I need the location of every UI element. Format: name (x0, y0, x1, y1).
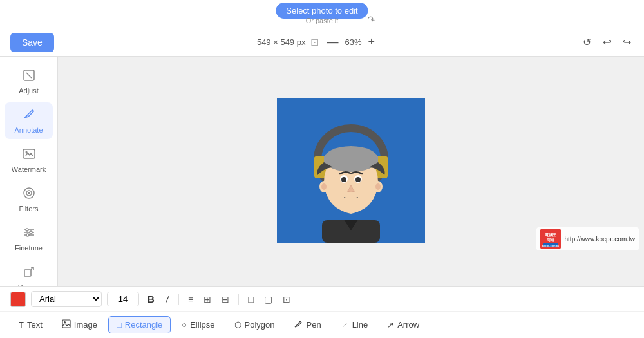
cursor-arrow-icon: ↷ (366, 13, 377, 25)
watermark-badge: 電腦王 阿達 kocpc.com.tw http://www.kocpc.com… (536, 227, 639, 250)
undo-button[interactable]: ↩ (600, 33, 614, 51)
filters-icon (22, 186, 36, 202)
color-swatch[interactable] (10, 292, 26, 307)
svg-rect-21 (324, 156, 378, 165)
format-separator-1 (178, 294, 179, 305)
grid-button[interactable]: ⊟ (219, 292, 232, 306)
expand-icon: ⊡ (310, 36, 319, 48)
color-fill-button[interactable]: ⊡ (280, 292, 293, 306)
tool-image[interactable]: Image (53, 315, 106, 334)
toolbar-right: ↺ ↩ ↪ (580, 33, 634, 51)
watermark-url: http://www.kocpc.com.tw (565, 236, 635, 243)
svg-point-13 (26, 234, 29, 236)
tool-line-label: Line (352, 320, 368, 330)
format-bar: Arial B / ≡ ⊞ ⊟ □ ▢ ⊡ (0, 287, 644, 312)
tool-arrow-label: Arrow (397, 320, 419, 330)
svg-point-2 (32, 110, 33, 112)
text-tool-icon: T (19, 320, 24, 330)
sidebar: Adjust Annotate Watermark (0, 57, 58, 286)
sidebar-item-finetune[interactable]: Finetune (5, 220, 53, 257)
save-button[interactable]: Save (10, 33, 54, 52)
tool-pen-label: Pen (306, 320, 321, 330)
bold-button[interactable]: B (144, 292, 158, 306)
watermark-icon (22, 147, 36, 163)
tool-pen[interactable]: Pen (285, 315, 329, 334)
zoom-plus-button[interactable]: + (365, 35, 377, 49)
svg-point-12 (30, 231, 32, 234)
zoom-control: — 63% + (324, 35, 377, 49)
toolbar-row: Save 549 × 549 px ⊡ — 63% + ↺ ↩ ↪ (0, 28, 644, 57)
svg-text:阿達: 阿達 (547, 238, 555, 242)
italic-button[interactable]: / (163, 292, 172, 306)
tool-polygon[interactable]: ⬡ Polygon (226, 316, 283, 333)
image-tool-icon (62, 319, 71, 330)
insert-button[interactable]: ⊞ (201, 292, 214, 306)
ellipse-tool-icon: ○ (182, 320, 187, 330)
zoom-value: 63% (345, 37, 361, 47)
annotate-icon (22, 108, 36, 124)
image-wrapper (277, 98, 425, 245)
line-tool-icon: ⟋ (341, 320, 349, 330)
adjust-icon (22, 68, 36, 84)
watermark-logo: 電腦王 阿達 kocpc.com.tw (540, 229, 561, 249)
sidebar-item-finetune-label: Finetune (15, 244, 43, 252)
sidebar-item-annotate[interactable]: Annotate (5, 102, 53, 139)
polygon-tool-icon: ⬡ (234, 320, 242, 330)
finetune-icon (22, 225, 36, 241)
sidebar-item-adjust[interactable]: Adjust (5, 63, 53, 100)
sidebar-item-filters[interactable]: Filters (5, 181, 53, 218)
redo-button[interactable]: ↪ (620, 33, 634, 51)
pen-tool-icon (294, 319, 303, 330)
annotation-toolbar: Arial B / ≡ ⊞ ⊟ □ ▢ ⊡ T Text (0, 286, 644, 338)
svg-rect-14 (24, 270, 31, 276)
svg-line-1 (26, 73, 32, 78)
font-size-input[interactable] (107, 292, 139, 306)
rect-outline-button[interactable]: □ (245, 292, 256, 306)
svg-point-37 (64, 321, 66, 323)
tools-bar: T Text Image □ Rectangle ○ Ellipse ⬡ Pol… (0, 312, 644, 338)
main-content: Adjust Annotate Watermark (0, 57, 644, 286)
toolbar-center: 549 × 549 px ⊡ — 63% + (54, 35, 580, 49)
format-separator-2 (238, 294, 239, 305)
svg-point-30 (375, 183, 381, 190)
undo-history-button[interactable]: ↺ (580, 33, 594, 51)
rounded-rect-button[interactable]: ▢ (261, 292, 275, 306)
sidebar-item-adjust-label: Adjust (19, 87, 39, 95)
tool-text[interactable]: T Text (10, 316, 51, 333)
svg-rect-36 (62, 320, 70, 328)
tool-ellipse[interactable]: ○ Ellipse (173, 316, 223, 333)
or-paste-label: Or paste it (306, 17, 339, 24)
sidebar-item-annotate-label: Annotate (14, 126, 43, 134)
sidebar-item-resize[interactable]: Resize (5, 259, 53, 286)
svg-point-29 (321, 183, 327, 190)
tool-line[interactable]: ⟋ Line (332, 316, 377, 333)
svg-point-23 (341, 177, 346, 182)
main-image (277, 98, 425, 243)
svg-text:kocpc.com.tw: kocpc.com.tw (542, 244, 559, 247)
arrow-tool-icon: ↗ (387, 320, 394, 330)
svg-point-11 (26, 229, 28, 231)
tool-polygon-label: Polygon (245, 320, 275, 330)
rectangle-tool-icon: □ (117, 320, 122, 330)
sidebar-item-filters-label: Filters (19, 205, 39, 212)
tool-image-label: Image (74, 320, 97, 330)
canvas-area[interactable]: 電腦王 阿達 kocpc.com.tw http://www.kocpc.com… (58, 57, 644, 286)
tool-text-label: Text (27, 320, 43, 330)
zoom-minus-button[interactable]: — (324, 35, 341, 49)
svg-text:電腦王: 電腦王 (545, 232, 557, 237)
tool-rectangle-label: Rectangle (125, 320, 163, 330)
tool-rectangle[interactable]: □ Rectangle (108, 316, 171, 333)
top-bar: Select photo to edit Or paste it ↷ (0, 0, 644, 28)
tool-ellipse-label: Ellipse (190, 320, 214, 330)
resize-icon (22, 265, 36, 281)
dimension-info: 549 × 549 px (257, 37, 306, 47)
svg-point-7 (28, 192, 30, 194)
svg-point-25 (355, 177, 361, 182)
align-button[interactable]: ≡ (185, 292, 196, 306)
sidebar-item-watermark-label: Watermark (12, 165, 46, 173)
sidebar-item-watermark[interactable]: Watermark (5, 142, 53, 178)
font-select[interactable]: Arial (31, 291, 102, 307)
svg-point-4 (25, 151, 27, 153)
tool-arrow[interactable]: ↗ Arrow (379, 316, 428, 333)
